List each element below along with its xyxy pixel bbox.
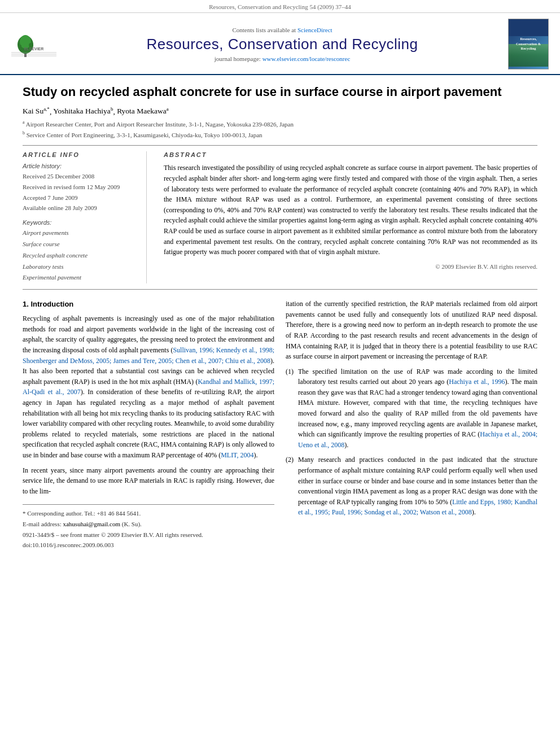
info-abstract-section: ARTICLE INFO Article history: Received 2… bbox=[23, 151, 537, 283]
journal-header: ELSEVIER Contents lists available at Sci… bbox=[0, 13, 560, 75]
intro-col2-para1: itation of the currently specified restr… bbox=[286, 299, 537, 362]
footnote-email-line: E-mail address: xahusuhai@gmail.com (K. … bbox=[23, 519, 274, 530]
sciencedirect-link[interactable]: ScienceDirect bbox=[298, 27, 333, 33]
list-item-1: (1) The specified limitation on the use … bbox=[286, 366, 537, 451]
cover-text: Resources,Conservation &Recycling bbox=[516, 37, 541, 51]
intro-heading: 1. Introduction bbox=[23, 299, 274, 310]
footnote-corresponding: * Corresponding author. Tel.: +81 46 844… bbox=[23, 508, 274, 519]
author-3: Ryota Maekawaa bbox=[117, 107, 169, 115]
article-history: Received 25 December 2008 Received in re… bbox=[23, 171, 135, 213]
elsevier-logo-area: ELSEVIER bbox=[11, 29, 56, 60]
citation-text: Resources, Conservation and Recycling 54… bbox=[209, 3, 351, 10]
affiliation-b: b Service Center of Port Engineering, 3-… bbox=[23, 130, 537, 139]
journal-url[interactable]: www.elsevier.com/locate/resconrec bbox=[262, 55, 351, 62]
abstract-col: ABSTRACT This research investigated the … bbox=[164, 151, 537, 283]
abstract-label: ABSTRACT bbox=[164, 151, 537, 158]
copyright-line: © 2009 Elsevier B.V. All rights reserved… bbox=[164, 263, 537, 270]
svg-point-4 bbox=[18, 45, 21, 48]
elsevier-logo: ELSEVIER bbox=[11, 29, 56, 60]
journal-homepage: journal homepage: www.elsevier.com/locat… bbox=[68, 55, 497, 62]
ref-hachiya2004[interactable]: Hachiya et al., 2004; Ueno et al., 2008 bbox=[298, 430, 537, 449]
authors-line: Kai Sua,*, Yoshitaka Hachiyab, Ryota Mae… bbox=[23, 106, 537, 116]
author-2: Yoshitaka Hachiyab bbox=[53, 107, 113, 115]
footnotes: * Corresponding author. Tel.: +81 46 844… bbox=[23, 504, 274, 551]
intro-numbered-list: (1) The specified limitation on the use … bbox=[286, 366, 537, 518]
citation-bar: Resources, Conservation and Recycling 54… bbox=[0, 0, 560, 13]
body-section: 1. Introduction Recycling of asphalt pav… bbox=[23, 299, 537, 551]
affiliation-a: a Airport Researcher Center, Port and Ai… bbox=[23, 119, 537, 129]
keywords-label: Keywords: bbox=[23, 219, 135, 226]
journal-title: Resources, Conservation and Recycling bbox=[68, 36, 497, 53]
page-container: Resources, Conservation and Recycling 54… bbox=[0, 0, 560, 562]
article-title: Study on recycled asphalt concrete for u… bbox=[23, 84, 537, 101]
body-col-left: 1. Introduction Recycling of asphalt pav… bbox=[23, 299, 274, 551]
journal-center: Contents lists available at ScienceDirec… bbox=[56, 27, 508, 62]
history-label: Article history: bbox=[23, 163, 135, 169]
intro-para-1: Recycling of asphalt pavements is increa… bbox=[23, 313, 274, 460]
svg-text:ELSEVIER: ELSEVIER bbox=[24, 47, 44, 51]
list-item-2: (2) Many research and practices conducte… bbox=[286, 455, 537, 518]
divider-body bbox=[23, 289, 537, 290]
ref-sullivan[interactable]: Sullivan, 1996; Kennedy et al., 1998; Sh… bbox=[23, 346, 274, 365]
abstract-text: This research investigated the possibili… bbox=[164, 163, 537, 257]
ref-mlit[interactable]: MLIT, 2004 bbox=[221, 451, 253, 459]
journal-cover-image: Resources,Conservation &Recycling bbox=[508, 19, 549, 69]
article-info-label: ARTICLE INFO bbox=[23, 151, 135, 158]
article-info-col: ARTICLE INFO Article history: Received 2… bbox=[23, 151, 147, 283]
article-content: Study on recycled asphalt concrete for u… bbox=[0, 75, 560, 562]
footnote-email-link[interactable]: xahusuhai@gmail.com bbox=[63, 521, 120, 527]
author-1: Kai Sua,* bbox=[23, 107, 50, 115]
ref-kandhal[interactable]: Kandhal and Mallick, 1997; Al-Qadi et al… bbox=[23, 378, 274, 396]
body-col-right: itation of the currently specified restr… bbox=[286, 299, 537, 551]
intro-para-2: In recent years, since many airport pave… bbox=[23, 465, 274, 497]
ref-little[interactable]: Little and Epps, 1980; Kandhal et al., 1… bbox=[298, 498, 537, 517]
divider-top bbox=[23, 145, 537, 146]
years-text: years bbox=[418, 378, 432, 386]
ref-hachiya1996[interactable]: Hachiya et al., 1996 bbox=[449, 378, 505, 386]
keywords-list: Airport pavements Surface course Recycle… bbox=[23, 228, 135, 283]
contents-available: Contents lists available at ScienceDirec… bbox=[68, 27, 497, 33]
footnote-issn: 0921-3449/$ – see front matter © 2009 El… bbox=[23, 530, 274, 551]
